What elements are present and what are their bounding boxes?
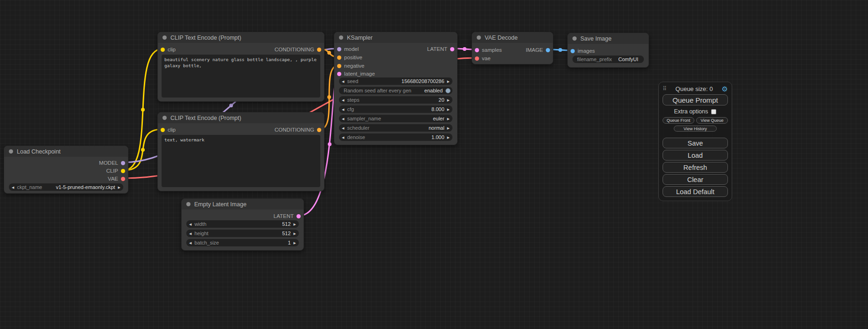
node-title-bar[interactable]: Empty Latent Image	[182, 199, 303, 210]
node-clip-text-encode-positive[interactable]: CLIP Text Encode (Prompt) clip CONDITION…	[157, 32, 325, 102]
output-pin-vae[interactable]	[121, 177, 125, 181]
output-pin-model[interactable]	[121, 161, 125, 165]
widget-value: 512	[208, 231, 290, 236]
node-title-bar[interactable]: VAE Decode	[472, 32, 553, 43]
view-queue-button[interactable]: View Queue	[696, 117, 728, 124]
input-slot-clip: clip	[161, 126, 176, 133]
increment-arrow-icon[interactable]: ▶	[118, 186, 120, 189]
decrement-arrow-icon[interactable]: ◀	[342, 98, 344, 102]
widget-value: ComfyUI	[612, 56, 638, 62]
toggle-knob[interactable]	[445, 88, 451, 93]
queue-front-button[interactable]: Queue Front	[663, 117, 694, 124]
node-empty-latent-image[interactable]: Empty Latent Image LATENT ◀ width 512 ▶ …	[181, 198, 304, 251]
input-pin-clip[interactable]	[161, 48, 165, 52]
collapse-dot[interactable]	[186, 202, 191, 206]
increment-arrow-icon[interactable]: ▶	[447, 126, 450, 130]
input-pin-vae[interactable]	[475, 56, 479, 61]
input-pin-latent-image[interactable]	[337, 72, 341, 76]
input-pin-clip[interactable]	[161, 128, 165, 132]
decrement-arrow-icon[interactable]: ◀	[342, 117, 344, 120]
queue-prompt-button[interactable]: Queue Prompt	[663, 94, 728, 105]
increment-arrow-icon[interactable]: ▶	[294, 223, 296, 226]
widget-label: Random seed after every gen	[344, 88, 411, 93]
collapse-dot[interactable]	[162, 116, 167, 120]
refresh-button[interactable]: Refresh	[663, 162, 728, 173]
input-pin-images[interactable]	[571, 49, 575, 53]
input-slot-samples: samples	[475, 46, 502, 54]
input-pin-negative[interactable]	[337, 64, 341, 68]
collapse-dot[interactable]	[162, 35, 167, 40]
output-pin-conditioning[interactable]	[317, 128, 321, 132]
widget-denoise[interactable]: ◀ denoise 1.000 ▶	[339, 133, 452, 141]
node-clip-text-encode-negative[interactable]: CLIP Text Encode (Prompt) clip CONDITION…	[157, 112, 325, 191]
collapse-dot[interactable]	[9, 149, 13, 154]
clear-button[interactable]: Clear	[663, 174, 728, 185]
widget-steps[interactable]: ◀ steps 20 ▶	[339, 96, 452, 104]
drag-handle-icon[interactable]: ⠿	[663, 85, 667, 92]
output-pin-clip[interactable]	[121, 169, 125, 173]
decrement-arrow-icon[interactable]: ◀	[342, 136, 344, 139]
widget-sampler-name[interactable]: ◀ sampler_name euler ▶	[339, 115, 452, 122]
slot-label: clip	[168, 127, 176, 133]
widget-scheduler[interactable]: ◀ scheduler normal ▶	[339, 124, 452, 132]
settings-gear-icon[interactable]: ⚙	[722, 85, 728, 92]
collapse-dot[interactable]	[572, 36, 577, 41]
output-pin-latent[interactable]	[296, 214, 301, 218]
collapse-dot[interactable]	[477, 35, 481, 40]
decrement-arrow-icon[interactable]: ◀	[342, 80, 344, 83]
output-slot-conditioning: CONDITIONING	[275, 126, 321, 133]
output-pin-image[interactable]	[546, 48, 550, 52]
widget-width[interactable]: ◀ width 512 ▶	[186, 220, 299, 228]
input-pin-samples[interactable]	[475, 48, 479, 52]
prompt-textarea[interactable]: beautiful scenery nature glass bottle la…	[162, 55, 320, 98]
load-default-button[interactable]: Load Default	[663, 186, 728, 197]
decrement-arrow-icon[interactable]: ◀	[189, 232, 191, 235]
view-history-button[interactable]: View History	[674, 126, 717, 132]
widget-cfg[interactable]: ◀ cfg 8.000 ▶	[339, 105, 452, 113]
slot-label: positive	[344, 55, 362, 60]
decrement-arrow-icon[interactable]: ◀	[189, 223, 191, 226]
input-pin-model[interactable]	[337, 47, 341, 51]
output-pin-conditioning[interactable]	[317, 48, 321, 52]
increment-arrow-icon[interactable]: ▶	[447, 108, 450, 111]
increment-arrow-icon[interactable]: ▶	[447, 80, 450, 83]
collapse-dot[interactable]	[339, 35, 343, 40]
node-load-checkpoint[interactable]: Load Checkpoint MODEL CLIP VAE ◀ ckpt_na…	[4, 146, 128, 194]
increment-arrow-icon[interactable]: ▶	[294, 232, 296, 235]
increment-arrow-icon[interactable]: ▶	[294, 241, 296, 245]
decrement-arrow-icon[interactable]: ◀	[342, 126, 344, 130]
load-button[interactable]: Load	[663, 150, 728, 161]
node-title: VAE Decode	[485, 35, 518, 41]
input-pin-positive[interactable]	[337, 56, 341, 60]
widget-label: denoise	[347, 134, 365, 140]
slot-label: vae	[482, 56, 491, 61]
prompt-textarea[interactable]: text, watermark	[162, 135, 320, 187]
output-pin-latent[interactable]	[450, 47, 454, 51]
increment-arrow-icon[interactable]: ▶	[447, 98, 450, 102]
extra-options-checkbox[interactable]	[711, 109, 716, 114]
save-button[interactable]: Save	[663, 138, 728, 148]
increment-arrow-icon[interactable]: ▶	[447, 117, 450, 120]
input-slot-clip: clip	[161, 46, 176, 53]
slot-label: LATENT	[274, 213, 294, 219]
output-slot-latent: LATENT	[427, 45, 454, 53]
node-save-image[interactable]: Save Image images filename_prefix ComfyU…	[567, 33, 649, 68]
node-title-bar[interactable]: CLIP Text Encode (Prompt)	[158, 112, 324, 123]
widget-ckpt-name[interactable]: ◀ ckpt_name v1-5-pruned-emaonly.ckpt ▶	[9, 183, 123, 191]
node-title-bar[interactable]: Load Checkpoint	[4, 146, 128, 157]
node-title-bar[interactable]: CLIP Text Encode (Prompt)	[158, 32, 324, 43]
decrement-arrow-icon[interactable]: ◀	[342, 108, 344, 111]
widget-filename-prefix[interactable]: filename_prefix ComfyUI	[572, 56, 644, 63]
widget-height[interactable]: ◀ height 512 ▶	[186, 230, 299, 237]
increment-arrow-icon[interactable]: ▶	[447, 136, 450, 139]
node-ksampler[interactable]: KSampler model LATENT positive negative …	[334, 32, 458, 145]
widget-random-seed-toggle[interactable]: Random seed after every gen enabled	[339, 87, 452, 94]
decrement-arrow-icon[interactable]: ◀	[189, 241, 191, 245]
node-title-bar[interactable]: KSampler	[334, 32, 457, 43]
widget-seed[interactable]: ◀ seed 156680208700286 ▶	[339, 77, 452, 85]
node-title-bar[interactable]: Save Image	[568, 33, 649, 44]
widget-batch-size[interactable]: ◀ batch_size 1 ▶	[186, 239, 299, 246]
decrement-arrow-icon[interactable]: ◀	[12, 186, 14, 189]
node-vae-decode[interactable]: VAE Decode samples IMAGE vae	[472, 32, 553, 64]
widget-value: 1.000	[365, 134, 445, 140]
